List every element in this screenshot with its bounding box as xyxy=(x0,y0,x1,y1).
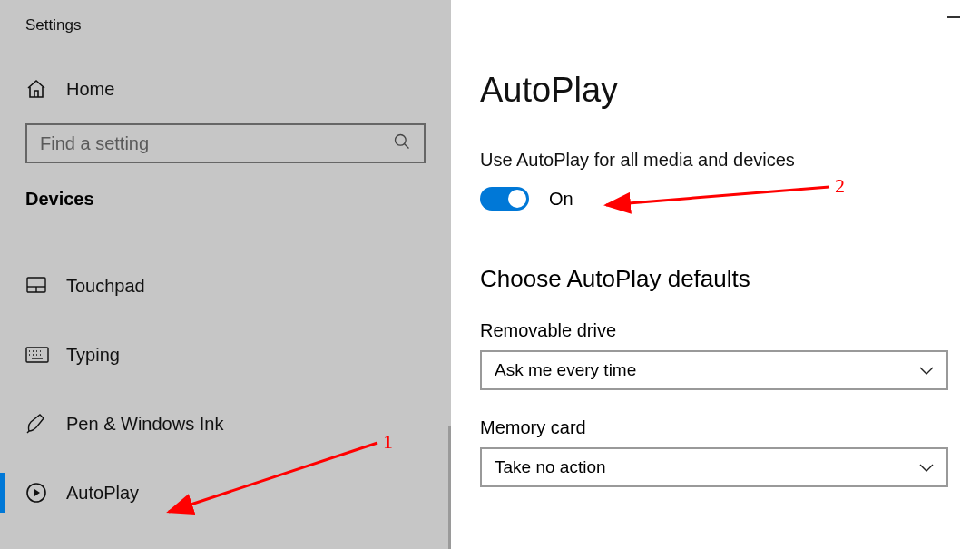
sidebar-item-home[interactable]: Home xyxy=(0,78,451,100)
sidebar-item-label: Pen & Windows Ink xyxy=(66,414,223,435)
sidebar-section-title: Devices xyxy=(0,189,451,210)
sidebar: Settings Home Find a setting Devices xyxy=(0,0,451,549)
removable-drive-select[interactable]: Ask me every time xyxy=(480,350,948,390)
removable-drive-label: Removable drive xyxy=(480,320,958,341)
memory-card-label: Memory card xyxy=(480,417,958,438)
annotation-label-1: 1 xyxy=(383,430,393,454)
toggle-state-label: On xyxy=(549,189,573,210)
sidebar-item-touchpad[interactable]: Touchpad xyxy=(0,260,451,311)
pen-icon xyxy=(25,413,66,435)
svg-marker-18 xyxy=(34,489,40,496)
memory-card-select[interactable]: Take no action xyxy=(480,447,948,487)
autoplay-toggle-label: Use AutoPlay for all media and devices xyxy=(480,150,958,171)
select-value: Take no action xyxy=(495,457,606,477)
search-placeholder: Find a setting xyxy=(40,133,149,154)
annotation-label-2: 2 xyxy=(835,174,845,198)
home-icon xyxy=(25,78,66,100)
autoplay-icon xyxy=(25,482,66,504)
autoplay-toggle[interactable] xyxy=(480,187,529,211)
sidebar-item-autoplay[interactable]: AutoPlay xyxy=(0,467,451,518)
search-input[interactable]: Find a setting xyxy=(25,123,426,163)
select-value: Ask me every time xyxy=(495,360,636,380)
defaults-title: Choose AutoPlay defaults xyxy=(480,265,958,293)
sidebar-home-label: Home xyxy=(66,79,114,100)
svg-point-0 xyxy=(396,135,407,146)
sidebar-item-label: Typing xyxy=(66,345,120,366)
sidebar-item-typing[interactable]: Typing xyxy=(0,329,451,380)
touchpad-icon xyxy=(25,276,66,296)
chevron-down-icon xyxy=(919,457,934,477)
main-content: AutoPlay Use AutoPlay for all media and … xyxy=(451,0,980,549)
sidebar-item-label: AutoPlay xyxy=(66,483,139,504)
sidebar-item-label: Touchpad xyxy=(66,276,145,297)
minimize-button[interactable] xyxy=(947,16,960,18)
chevron-down-icon xyxy=(919,360,934,380)
svg-line-1 xyxy=(405,144,409,149)
toggle-knob xyxy=(508,190,526,208)
app-title: Settings xyxy=(0,16,451,34)
page-title: AutoPlay xyxy=(480,71,958,110)
search-icon xyxy=(393,132,411,154)
keyboard-icon xyxy=(25,347,66,363)
